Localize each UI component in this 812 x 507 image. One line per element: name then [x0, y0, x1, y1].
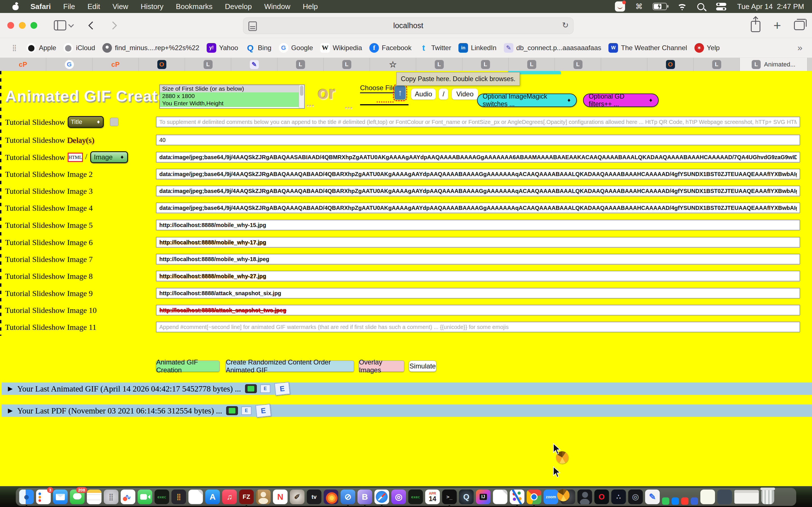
html-button[interactable]: HTML [68, 153, 83, 162]
mini-red-dock-icon[interactable] [681, 497, 689, 505]
bookmark-wikipedia[interactable]: WWikipedia [320, 43, 362, 53]
bookmark-twitter[interactable]: tTwitter [419, 43, 451, 53]
app-store-dock-icon[interactable]: A [205, 490, 220, 504]
title-config-input[interactable] [156, 117, 800, 127]
bookmark-facebook[interactable]: fFacebook [369, 43, 411, 53]
email-large-icon[interactable]: E [274, 382, 290, 395]
slide-4-input[interactable] [156, 203, 800, 213]
reload-icon[interactable]: ↻ [562, 20, 569, 30]
size-option-selected[interactable]: 2880 x 1800 [160, 93, 299, 100]
tab-6[interactable]: ✎ [231, 58, 277, 71]
profile-app-dock-icon[interactable] [577, 490, 592, 504]
disclosure-triangle-icon[interactable]: ▶ [8, 385, 13, 392]
close-window-button[interactable] [7, 22, 14, 29]
slide-2-input[interactable] [156, 169, 800, 179]
menu-view[interactable]: View [112, 2, 128, 11]
randomized-gif-button[interactable]: Create Randomized Content Order Animated… [225, 360, 354, 372]
menu-file[interactable]: File [63, 2, 75, 11]
contacts-dock-icon[interactable] [256, 490, 271, 504]
mail-dock-icon[interactable] [53, 490, 68, 504]
size-option-header[interactable]: Size of First Slide (or as below) [160, 85, 299, 93]
image-select[interactable]: Image [90, 151, 128, 163]
size-select-scrollbar[interactable] [299, 85, 304, 108]
bookmark-bing[interactable]: QBing [246, 43, 271, 53]
terminal-dock-icon[interactable]: >_ [442, 490, 457, 504]
bookmark-find-minus[interactable]: find_minus....rep+%22s%22 [102, 43, 199, 53]
safari-dock-icon[interactable] [374, 490, 389, 504]
back-button[interactable] [88, 21, 97, 30]
slide-5-input[interactable] [156, 220, 800, 230]
zoom-window-button[interactable] [31, 22, 37, 29]
overlay-images-button[interactable]: Overlay Images [359, 360, 404, 372]
bbedit-dock-icon[interactable]: B [357, 490, 372, 504]
upload-arrow-icon[interactable]: ↑ [395, 86, 406, 100]
launchpad-dock-icon[interactable]: ⣿ [104, 490, 118, 504]
facetime-dock-icon[interactable] [138, 490, 152, 504]
firefox-dock-icon[interactable] [324, 490, 338, 504]
new-tab-icon[interactable]: + [773, 19, 781, 32]
mini-blue-dock-icon[interactable] [672, 497, 679, 505]
sidebar-toggle-icon[interactable] [54, 20, 66, 31]
bookmarks-overflow-chevron[interactable]: » [797, 43, 802, 53]
opera-style-app-dock-icon[interactable]: O [594, 490, 609, 504]
tab-10[interactable]: L [416, 58, 462, 71]
tab-16[interactable]: L [694, 58, 740, 71]
faces-app-dock-icon[interactable]: ∴ [611, 490, 626, 504]
email-small-icon[interactable]: E [260, 385, 270, 393]
menu-window[interactable]: Window [264, 2, 290, 11]
slide-3-input[interactable] [156, 186, 800, 196]
bookmark-bookmarks-grid[interactable]: ⣿ [10, 43, 19, 53]
lens-app-dock-icon[interactable]: ◎ [628, 490, 643, 504]
delay-input[interactable] [156, 135, 800, 145]
tab-11[interactable]: L [462, 58, 509, 71]
tab-overview-icon[interactable] [794, 21, 805, 30]
bookmark-linkedin[interactable]: inLinkedIn [458, 43, 497, 53]
tab-active[interactable]: LAnimated... [740, 58, 808, 71]
calendar-dock-icon[interactable]: APR14 [425, 490, 440, 504]
libreoffice-doc-dock-icon[interactable] [493, 490, 507, 504]
music-dock-icon[interactable]: ♫ [222, 490, 237, 504]
spotlight-search-icon[interactable] [697, 3, 704, 10]
news-dock-icon[interactable]: N [273, 490, 288, 504]
disclosure-triangle-icon[interactable]: ▶ [8, 407, 13, 414]
slide-9-input[interactable] [156, 288, 800, 298]
pencil-app-dock-icon[interactable]: ✎ [645, 490, 660, 504]
video-button[interactable]: Video [452, 89, 478, 100]
minimized-window-dock-icon[interactable] [734, 490, 759, 504]
menu-bar-clock[interactable]: Tue Apr 14 2:47 PM [737, 2, 804, 11]
email-large-icon[interactable]: E [255, 404, 271, 417]
audio-button[interactable]: Audio [411, 89, 436, 100]
choose-files-button[interactable]: Choose Files [360, 84, 400, 93]
size-option-custom[interactable]: You Enter Width,Height [160, 100, 299, 107]
messages-dock-icon[interactable]: 208 [70, 490, 85, 504]
bookmark-yelp[interactable]: ✶Yelp [695, 43, 720, 53]
keyboard-menu-icon[interactable]: ⌘ [635, 2, 643, 11]
menu-history[interactable]: History [141, 2, 163, 11]
forward-button[interactable] [109, 21, 117, 30]
bookmark-apple[interactable]: Apple [27, 43, 56, 53]
email-small-icon[interactable]: E [241, 406, 252, 415]
slide-1-input[interactable] [156, 152, 800, 163]
quicktime-dock-icon[interactable]: Q [459, 490, 474, 504]
reader-view-icon[interactable] [248, 21, 257, 31]
title-select[interactable]: Title [68, 116, 104, 128]
notification-app-icon[interactable] [615, 1, 625, 11]
notes-dock-icon[interactable] [87, 490, 101, 504]
last-animated-gif-details[interactable]: ▶ Your Last Animated GIF (April 14 2026 … [2, 383, 812, 395]
tab-15[interactable]: O [647, 58, 694, 71]
bookmark-icloud[interactable]: iCloud [63, 43, 95, 53]
slide-8-input[interactable] [156, 271, 800, 281]
blank-document-dock-icon[interactable] [188, 490, 203, 504]
tab-4[interactable]: O [139, 58, 185, 71]
tab-1[interactable]: cP [0, 58, 46, 71]
tab-2[interactable]: G [46, 58, 93, 71]
address-bar[interactable]: localhost ↻ [243, 17, 573, 34]
mini-indigo-dock-icon[interactable] [691, 497, 698, 505]
title-color-swatch[interactable] [110, 118, 118, 126]
wave-app-dock-icon[interactable]: ∿ [121, 490, 135, 504]
no-entry-app-dock-icon[interactable]: ⊘ [341, 490, 355, 504]
slide-11-input[interactable] [156, 322, 800, 332]
slide-10-input[interactable] [156, 305, 800, 316]
intellij-dock-icon[interactable]: IJ [476, 490, 491, 504]
trash-dock-icon[interactable] [761, 490, 774, 504]
